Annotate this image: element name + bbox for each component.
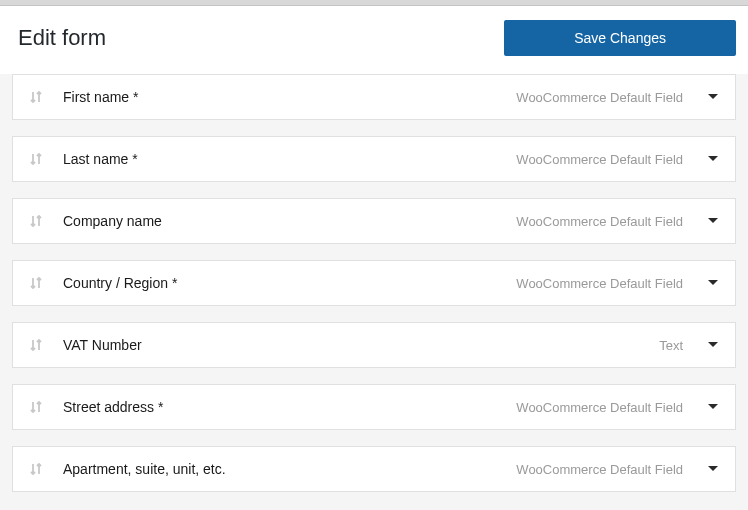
field-row[interactable]: Last name * WooCommerce Default Field xyxy=(12,136,736,182)
drag-handle-icon[interactable] xyxy=(29,337,43,353)
chevron-down-icon[interactable] xyxy=(707,338,719,352)
drag-handle-icon[interactable] xyxy=(29,89,43,105)
field-type: WooCommerce Default Field xyxy=(516,276,683,291)
field-type: Text xyxy=(659,338,683,353)
field-type: WooCommerce Default Field xyxy=(516,152,683,167)
field-type: WooCommerce Default Field xyxy=(516,90,683,105)
field-type: WooCommerce Default Field xyxy=(516,400,683,415)
chevron-down-icon[interactable] xyxy=(707,400,719,414)
field-row[interactable]: Country / Region * WooCommerce Default F… xyxy=(12,260,736,306)
field-label: Apartment, suite, unit, etc. xyxy=(63,461,516,477)
field-type: WooCommerce Default Field xyxy=(516,462,683,477)
field-type: WooCommerce Default Field xyxy=(516,214,683,229)
field-row[interactable]: Street address * WooCommerce Default Fie… xyxy=(12,384,736,430)
field-label: Street address * xyxy=(63,399,516,415)
field-row[interactable]: Company name WooCommerce Default Field xyxy=(12,198,736,244)
chevron-down-icon[interactable] xyxy=(707,214,719,228)
page-title: Edit form xyxy=(18,25,106,51)
field-label: First name * xyxy=(63,89,516,105)
drag-handle-icon[interactable] xyxy=(29,399,43,415)
chevron-down-icon[interactable] xyxy=(707,462,719,476)
field-row[interactable]: VAT Number Text xyxy=(12,322,736,368)
chevron-down-icon[interactable] xyxy=(707,276,719,290)
drag-handle-icon[interactable] xyxy=(29,151,43,167)
field-label: Company name xyxy=(63,213,516,229)
header: Edit form Save Changes xyxy=(0,6,748,74)
drag-handle-icon[interactable] xyxy=(29,213,43,229)
field-row[interactable]: First name * WooCommerce Default Field xyxy=(12,74,736,120)
chevron-down-icon[interactable] xyxy=(707,90,719,104)
field-label: VAT Number xyxy=(63,337,659,353)
fields-list: First name * WooCommerce Default Field L… xyxy=(0,74,748,492)
save-changes-button[interactable]: Save Changes xyxy=(504,20,736,56)
drag-handle-icon[interactable] xyxy=(29,461,43,477)
drag-handle-icon[interactable] xyxy=(29,275,43,291)
field-row[interactable]: Apartment, suite, unit, etc. WooCommerce… xyxy=(12,446,736,492)
field-label: Last name * xyxy=(63,151,516,167)
field-label: Country / Region * xyxy=(63,275,516,291)
chevron-down-icon[interactable] xyxy=(707,152,719,166)
